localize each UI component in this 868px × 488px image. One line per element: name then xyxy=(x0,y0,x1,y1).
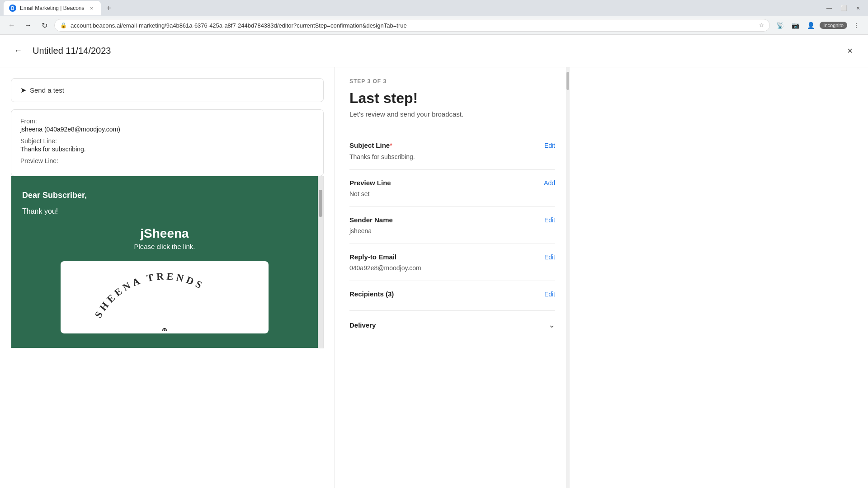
recipients-edit-link[interactable]: Edit xyxy=(544,291,555,298)
bookmark-icon[interactable]: ☆ xyxy=(759,22,764,28)
sender-edit-link[interactable]: Edit xyxy=(544,216,555,224)
review-scrollbar-track[interactable] xyxy=(566,67,570,488)
email-scrollbar[interactable] xyxy=(318,176,323,348)
reload-btn[interactable]: ↻ xyxy=(38,19,51,32)
tab-bar: B Email Marketing | Beacons × + — ⬜ × xyxy=(0,0,868,16)
review-section-preview: Preview Line Add Not set xyxy=(349,170,555,207)
reply-edit-link[interactable]: Edit xyxy=(544,253,555,261)
email-thank-you: Thank you! xyxy=(22,207,307,216)
subject-value: Thanks for subscribing. xyxy=(20,145,86,153)
subject-edit-link[interactable]: Edit xyxy=(544,142,555,149)
review-subject-title: Subject Line* xyxy=(349,141,392,150)
address-bar[interactable]: 🔒 account.beacons.ai/email-marketing/9a4… xyxy=(54,19,770,32)
review-section-reply-to: Reply-to Email Edit 040a92e8@moodjoy.com xyxy=(349,244,555,281)
email-brand-name: jSheena xyxy=(22,226,307,241)
email-logo-image: SHEENA TRENDS xyxy=(61,261,269,333)
incognito-badge: Incognito xyxy=(820,22,847,29)
step-label: STEP 3 OF 3 xyxy=(349,78,555,84)
url-text: account.beacons.ai/email-marketing/9a4b8… xyxy=(71,22,755,29)
preview-add-link[interactable]: Add xyxy=(544,179,555,187)
delivery-label: Delivery xyxy=(349,321,376,329)
app-container: ← Untitled 11/14/2023 × ➤ Send a test Fr… xyxy=(0,35,868,488)
review-reply-title: Reply-to Email xyxy=(349,253,396,261)
email-meta: From: jsheena (040a92e8@moodjoy.com) Sub… xyxy=(11,109,324,176)
delivery-section[interactable]: Delivery ⌄ xyxy=(349,311,555,339)
chevron-down-icon[interactable]: ⌄ xyxy=(548,320,555,330)
arc-logo-container: SHEENA TRENDS xyxy=(61,263,269,333)
active-tab[interactable]: B Email Marketing | Beacons × xyxy=(4,1,101,15)
preview-value: Not set xyxy=(349,190,555,197)
minimize-btn[interactable]: — xyxy=(823,2,835,14)
main-content: ➤ Send a test From: jsheena (040a92e8@mo… xyxy=(0,67,868,488)
review-panel: STEP 3 OF 3 Last step! Let's review and … xyxy=(335,67,570,488)
review-section-sender: Sender Name Edit jsheena xyxy=(349,207,555,244)
send-test-label: Send a test xyxy=(30,86,64,94)
review-preview-header: Preview Line Add xyxy=(349,179,555,187)
email-body: Dear Subscriber, Thank you! jSheena Plea… xyxy=(11,176,324,348)
svg-text:SHEENA TRENDS: SHEENA TRENDS xyxy=(92,270,206,319)
review-section-subject: Subject Line* Edit Thanks for subscribin… xyxy=(349,132,555,170)
tab-favicon: B xyxy=(9,5,16,12)
send-test-icon: ➤ xyxy=(20,86,26,94)
email-preview-panel: ➤ Send a test From: jsheena (040a92e8@mo… xyxy=(0,67,335,488)
new-tab-button[interactable]: + xyxy=(103,2,115,14)
review-recipients-header: Recipients (3) Edit xyxy=(349,290,555,298)
close-button[interactable]: × xyxy=(843,44,857,58)
review-scrollbar-thumb[interactable] xyxy=(566,72,569,90)
from-value: jsheena (040a92e8@moodjoy.com) xyxy=(20,126,120,133)
screenshot-icon[interactable]: 📷 xyxy=(789,19,802,32)
review-sender-title: Sender Name xyxy=(349,216,393,224)
browser-nav-icons: 📡 📷 👤 Incognito ⋮ xyxy=(774,19,863,32)
last-step-subtitle: Let's review and send your broadcast. xyxy=(349,110,555,118)
lock-icon: 🔒 xyxy=(60,22,67,28)
review-section-recipients: Recipients (3) Edit xyxy=(349,281,555,311)
last-step-title: Last step! xyxy=(349,90,555,107)
cast-icon[interactable]: 📡 xyxy=(774,19,786,32)
review-sender-header: Sender Name Edit xyxy=(349,216,555,224)
app-header: ← Untitled 11/14/2023 × xyxy=(0,35,868,67)
from-label: From: xyxy=(20,117,37,125)
sender-value: jsheena xyxy=(349,227,555,235)
preview-row: Preview Line: xyxy=(20,157,314,165)
tab-close-btn[interactable]: × xyxy=(88,5,95,12)
back-nav-btn[interactable]: ← xyxy=(5,19,18,32)
back-button[interactable]: ← xyxy=(11,44,25,58)
svg-point-2 xyxy=(164,329,165,331)
email-body-inner: Dear Subscriber, Thank you! jSheena Plea… xyxy=(11,176,318,348)
forward-nav-btn[interactable]: → xyxy=(22,19,34,32)
subject-label: Subject Line: xyxy=(20,137,57,145)
subject-row: Subject Line: Thanks for subscribing. xyxy=(20,137,314,153)
review-reply-header: Reply-to Email Edit xyxy=(349,253,555,261)
menu-dots-icon[interactable]: ⋮ xyxy=(850,19,863,32)
page-title: Untitled 11/14/2023 xyxy=(33,46,835,56)
profile-icon[interactable]: 👤 xyxy=(804,19,817,32)
browser-chrome: B Email Marketing | Beacons × + — ⬜ × ← … xyxy=(0,0,868,35)
from-row: From: jsheena (040a92e8@moodjoy.com) xyxy=(20,117,314,133)
sheena-trends-svg: SHEENA TRENDS xyxy=(79,263,250,331)
email-scrollbar-thumb[interactable] xyxy=(319,190,322,217)
window-close-btn[interactable]: × xyxy=(852,2,864,14)
review-subject-header: Subject Line* Edit xyxy=(349,141,555,150)
restore-btn[interactable]: ⬜ xyxy=(837,2,850,14)
nav-bar: ← → ↻ 🔒 account.beacons.ai/email-marketi… xyxy=(0,16,868,34)
review-preview-title: Preview Line xyxy=(349,179,391,187)
email-greeting: Dear Subscriber, xyxy=(22,191,307,200)
subject-value: Thanks for subscribing. xyxy=(349,153,555,160)
tab-title: Email Marketing | Beacons xyxy=(20,5,85,11)
email-cta: Please click the link. xyxy=(22,243,307,250)
review-recipients-title: Recipients (3) xyxy=(349,290,394,298)
reply-value: 040a92e8@moodjoy.com xyxy=(349,264,555,272)
preview-label: Preview Line: xyxy=(20,157,58,164)
send-test-bar[interactable]: ➤ Send a test xyxy=(11,78,324,102)
